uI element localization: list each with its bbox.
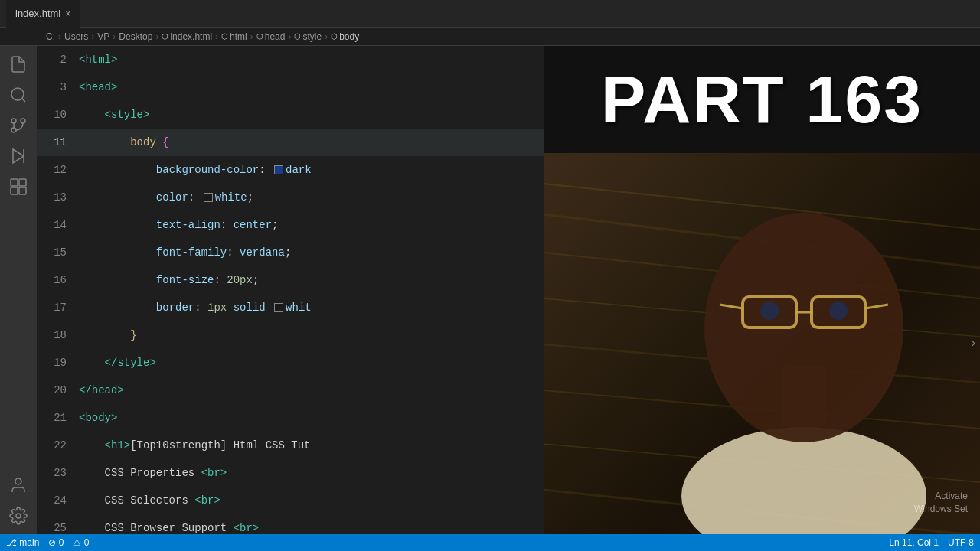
errors-count: ⊘ 0	[48, 537, 64, 548]
code-line-10: 10 <style>	[37, 101, 580, 129]
svg-point-31	[760, 302, 779, 320]
code-line-2: 2 <html>	[37, 46, 580, 73]
tab-close-button[interactable]: ×	[65, 8, 70, 19]
code-line-11: 11 body {	[37, 129, 580, 156]
breadcrumb-item: html	[230, 31, 247, 42]
line-content: <body>	[79, 404, 580, 432]
code-editor[interactable]: 2 <html> 3 <head> 10 <style>	[37, 46, 580, 534]
code-line-19: 19 </style>	[37, 349, 580, 377]
code-line-18: 18 }	[37, 321, 580, 349]
breadcrumb-item: style	[302, 31, 322, 42]
line-content: CSS Properties <br>	[79, 459, 580, 487]
line-number: 22	[37, 432, 79, 459]
code-line-12: 12 background-color: dark	[37, 156, 580, 184]
svg-point-32	[829, 302, 848, 320]
code-content: 2 <html> 3 <head> 10 <style>	[37, 46, 580, 534]
svg-marker-6	[13, 149, 24, 163]
breadcrumb-item: body	[339, 31, 359, 42]
source-control-icon[interactable]	[6, 113, 31, 138]
line-number: 2	[37, 46, 79, 73]
line-content: <h1>[Top10strength] Html CSS Tut	[79, 432, 580, 459]
line-content: </style>	[79, 349, 580, 377]
svg-point-23	[681, 427, 926, 534]
line-number: 17	[37, 294, 79, 321]
line-content: </head>	[79, 377, 580, 404]
svg-rect-11	[19, 187, 26, 194]
overlay-panel: PART 163	[544, 46, 980, 534]
breadcrumb-item: index.html	[170, 31, 212, 42]
webcam-panel: Activate Windows Set ›	[544, 153, 980, 534]
line-content: <html>	[79, 46, 580, 73]
svg-point-4	[21, 119, 25, 123]
editor-area: 2 <html> 3 <head> 10 <style>	[37, 46, 980, 534]
breadcrumb-item: head	[265, 31, 286, 42]
index-html-tab[interactable]: index.html ×	[6, 0, 80, 28]
title-overlay: PART 163	[544, 46, 980, 153]
run-icon[interactable]	[6, 144, 31, 168]
line-content: text-align: center;	[79, 211, 580, 239]
breadcrumb-item: Users	[64, 31, 88, 42]
breadcrumb-item: Desktop	[119, 31, 152, 42]
git-branch[interactable]: ⎇ main	[6, 537, 39, 548]
code-line-3: 3 <head>	[37, 73, 580, 101]
svg-point-2	[11, 119, 16, 123]
code-line-14: 14 text-align: center;	[37, 211, 580, 239]
line-number: 10	[37, 101, 79, 129]
svg-point-3	[11, 128, 16, 132]
tab-bar: index.html ×	[0, 0, 980, 28]
line-content: background-color: dark	[79, 156, 580, 184]
svg-point-13	[16, 514, 21, 518]
line-number: 14	[37, 211, 79, 239]
extensions-icon[interactable]	[6, 174, 31, 199]
account-icon[interactable]	[6, 473, 31, 497]
line-content: CSS Selectors <br>	[79, 487, 580, 514]
activate-line1: Activate	[914, 490, 968, 503]
svg-rect-10	[11, 187, 18, 194]
code-line-24: 24 CSS Selectors <br>	[37, 487, 580, 514]
code-line-23: 23 CSS Properties <br>	[37, 459, 580, 487]
line-content: body {	[79, 129, 580, 156]
webcam-background: Activate Windows Set ›	[544, 153, 980, 534]
code-line-13: 13 color: white;	[37, 184, 580, 211]
line-number: 20	[37, 377, 79, 404]
line-content: }	[79, 321, 580, 349]
activity-bar	[0, 46, 37, 534]
code-line-25: 25 CSS Browser Support <br>	[37, 514, 580, 534]
code-line-15: 15 font-family: verdana;	[37, 239, 580, 266]
part-title: PART 163	[601, 60, 923, 139]
search-icon[interactable]	[6, 83, 31, 107]
svg-point-0	[11, 88, 24, 100]
code-line-20: 20 </head>	[37, 377, 580, 404]
line-content: <head>	[79, 73, 580, 101]
breadcrumb: C: › Users › VP › Desktop › ⬡ index.html…	[0, 28, 980, 46]
encoding: UTF-8	[948, 537, 974, 548]
scroll-right-arrow[interactable]: ›	[969, 337, 977, 350]
line-number: 25	[37, 514, 79, 534]
color-swatch-blue	[274, 165, 283, 174]
svg-rect-8	[11, 179, 18, 186]
line-number: 15	[37, 239, 79, 266]
svg-rect-9	[19, 179, 26, 186]
person-silhouette	[651, 153, 957, 534]
line-number: 12	[37, 156, 79, 184]
line-content: font-size: 20px;	[79, 266, 580, 294]
color-swatch-white	[274, 303, 283, 312]
breadcrumb-item: VP	[97, 31, 109, 42]
line-col: Ln 11, Col 1	[889, 537, 939, 548]
line-number: 16	[37, 266, 79, 294]
color-swatch-black	[204, 193, 213, 202]
line-number: 18	[37, 321, 79, 349]
line-number: 23	[37, 459, 79, 487]
files-icon[interactable]	[6, 52, 31, 77]
svg-point-12	[15, 478, 21, 484]
settings-icon[interactable]	[6, 504, 31, 528]
svg-point-25	[704, 213, 903, 442]
activity-bar-bottom	[6, 473, 31, 534]
warnings-count: ⚠ 0	[73, 537, 89, 548]
line-number: 13	[37, 184, 79, 211]
activate-line2: Windows Set	[914, 503, 968, 516]
status-bar-right: Ln 11, Col 1 UTF-8	[889, 537, 974, 548]
svg-line-1	[22, 99, 25, 102]
status-bar-left: ⎇ main ⊘ 0 ⚠ 0	[6, 537, 89, 548]
line-number: 19	[37, 349, 79, 377]
